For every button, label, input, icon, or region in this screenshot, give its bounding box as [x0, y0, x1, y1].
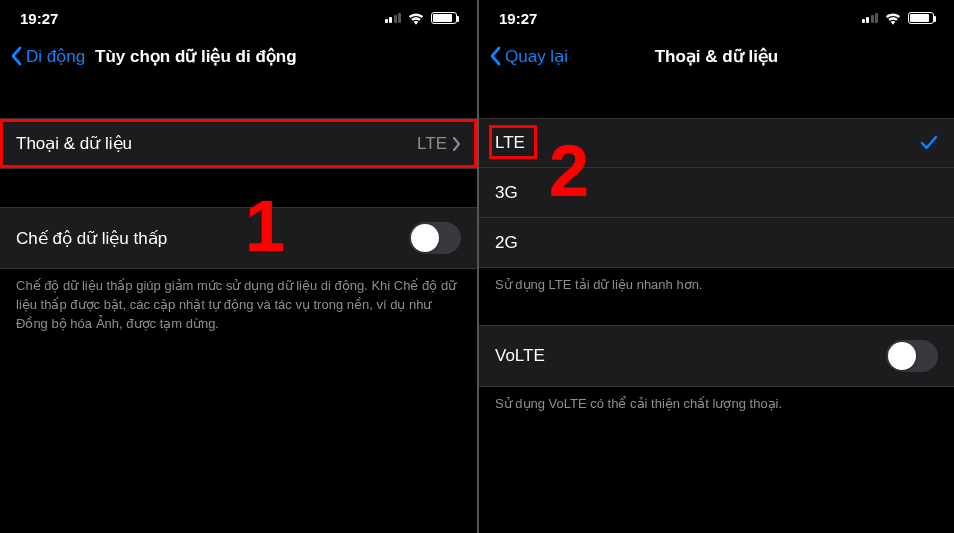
- row-low-data-mode[interactable]: Chế độ dữ liệu thấp: [0, 207, 477, 269]
- status-time: 19:27: [20, 10, 58, 27]
- phone-screenshot-1: 19:27 Di động Tùy chọn dữ liệu di động T…: [0, 0, 477, 533]
- volte-footer: Sử dụng VoLTE có thể cải thiện chất lượn…: [479, 387, 954, 414]
- row-low-data-label: Chế độ dữ liệu thấp: [16, 228, 167, 249]
- lte-footer: Sử dụng LTE tải dữ liệu nhanh hơn.: [479, 268, 954, 295]
- option-3g[interactable]: 3G: [479, 168, 954, 218]
- battery-icon: [908, 12, 934, 24]
- volte-toggle[interactable]: [886, 340, 938, 372]
- option-3g-label: 3G: [495, 183, 518, 203]
- back-label: Di động: [26, 46, 85, 67]
- battery-icon: [431, 12, 457, 24]
- check-icon: [920, 134, 938, 152]
- option-lte[interactable]: LTE: [479, 118, 954, 168]
- back-button[interactable]: Di động: [10, 46, 85, 67]
- navbar: Quay lại Thoại & dữ liệu: [479, 36, 954, 80]
- row-voice-data-value: LTE: [417, 134, 447, 154]
- row-voice-data-label: Thoại & dữ liệu: [16, 133, 132, 154]
- row-volte-label: VoLTE: [495, 346, 545, 366]
- chevron-left-icon: [489, 46, 501, 66]
- status-bar: 19:27: [479, 0, 954, 36]
- cellular-signal-icon: [862, 13, 879, 23]
- cellular-signal-icon: [385, 13, 402, 23]
- status-time: 19:27: [499, 10, 537, 27]
- option-2g-label: 2G: [495, 233, 518, 253]
- wifi-icon: [884, 11, 902, 25]
- page-title: Tùy chọn dữ liệu di động: [95, 46, 297, 67]
- row-volte[interactable]: VoLTE: [479, 325, 954, 387]
- wifi-icon: [407, 11, 425, 25]
- navbar: Di động Tùy chọn dữ liệu di động: [0, 36, 477, 80]
- option-lte-label: LTE: [495, 133, 525, 152]
- status-bar: 19:27: [0, 0, 477, 36]
- row-voice-data[interactable]: Thoại & dữ liệu LTE: [0, 118, 477, 169]
- chevron-right-icon: [453, 137, 461, 151]
- back-label: Quay lại: [505, 46, 568, 67]
- back-button[interactable]: Quay lại: [489, 46, 568, 67]
- status-icons: [862, 11, 935, 25]
- chevron-left-icon: [10, 46, 22, 66]
- low-data-toggle[interactable]: [409, 222, 461, 254]
- status-icons: [385, 11, 458, 25]
- low-data-description: Chế độ dữ liệu thấp giúp giảm mức sử dụn…: [0, 269, 477, 334]
- option-2g[interactable]: 2G: [479, 218, 954, 268]
- phone-screenshot-2: 19:27 Quay lại Thoại & dữ liệu LTE 3G 2G…: [477, 0, 954, 533]
